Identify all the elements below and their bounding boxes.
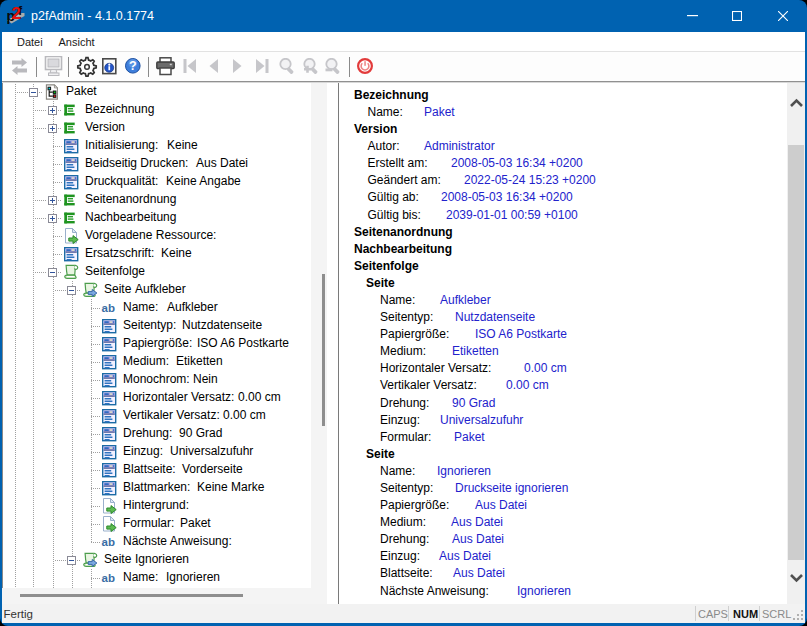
svg-text:?: ? — [129, 59, 137, 73]
svg-text:2: 2 — [12, 4, 21, 22]
